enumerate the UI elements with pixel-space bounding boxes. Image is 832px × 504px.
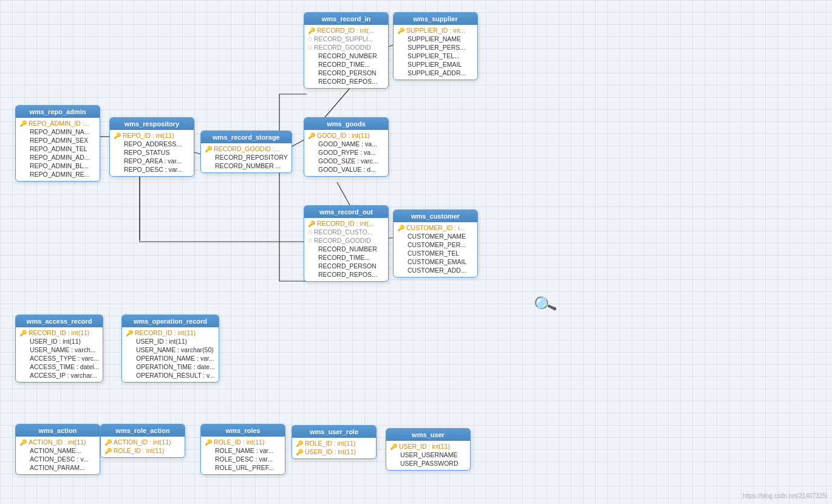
field-label: RECORD_NUMBER — [318, 52, 377, 60]
field-row: REPO_DESC : var... — [114, 165, 190, 174]
diamond-icon: ◇ — [308, 44, 312, 50]
field-label: CUSTOMER_ADD... — [407, 267, 466, 274]
table-wms_user: wms_user🔑USER_ID : int(11)USER_USERNAMEU… — [386, 428, 471, 471]
table-header-wms_access_record: wms_access_record — [16, 315, 103, 327]
field-label: ACTION_ID : int(11) — [114, 438, 171, 446]
field-label: RECORD_ID : int(... — [317, 27, 374, 34]
field-label: ACCESS_TIME : datel... — [30, 363, 99, 370]
field-label: CUSTOMER_NAME — [407, 233, 466, 240]
field-label: ROLE_ID : int(11) — [114, 447, 164, 454]
diamond-icon: ◇ — [308, 237, 312, 243]
table-header-wms_operation_record: wms_operation_record — [122, 315, 219, 327]
key-icon: 🔑 — [397, 27, 404, 34]
table-body-wms_repo_admin: 🔑REPO_ADMIN_ID :...REPO_ADMIN_NA...REPO_… — [16, 118, 100, 181]
table-wms_record_storage: wms_record_storage🔑RECORD_GOODID :...REC… — [200, 131, 292, 173]
field-label: USER_ID : int(11) — [399, 443, 450, 450]
field-label: USER_NAME : varchar(50) — [136, 346, 214, 353]
field-row: 🔑ACTION_ID : int(11) — [104, 438, 181, 446]
field-row: ACCESS_TYPE : varc... — [19, 354, 99, 363]
table-body-wms_access_record: 🔑RECORD_ID : int(11)USER_ID : int(11)USE… — [16, 327, 103, 382]
field-label: RECORD_PERSON — [318, 69, 377, 77]
field-row: USER_NAME : varchar(50) — [126, 346, 215, 354]
field-row: 🔑RECORD_ID : int(... — [308, 26, 384, 35]
field-row: OPERATION_NAME : var... — [126, 354, 215, 363]
field-label: REPO_ADMIN_RE... — [30, 171, 90, 178]
field-label: USER_ID : int(11) — [30, 338, 81, 345]
field-label: RECORD_TIME... — [318, 61, 370, 68]
field-row: ◇RECORD_SUPPLI... — [308, 35, 384, 43]
field-row: CUSTOMER_PER... — [397, 240, 474, 249]
table-wms_customer: wms_customer🔑CUSTOMER_ID : i...CUSTOMER_… — [393, 209, 478, 278]
key-icon: 🔑 — [308, 132, 315, 139]
field-label: RECORD_GOODID :... — [214, 145, 280, 152]
field-row: USER_ID : int(11) — [126, 337, 215, 346]
field-label: RECORD_NUMBER ... — [215, 162, 281, 169]
field-label: SUPPLIER_ADDR... — [407, 69, 466, 77]
field-label: RECORD_ID : int(11) — [29, 329, 89, 336]
field-label: CUSTOMER_PER... — [407, 241, 466, 248]
field-label: GOOD_ID : int(11) — [317, 132, 370, 139]
field-label: ACCESS_IP : varchar... — [30, 372, 97, 379]
table-header-wms_repo_admin: wms_repo_admin — [16, 106, 100, 118]
field-label: REPO_STATUS — [124, 149, 169, 156]
key-icon: 🔑 — [296, 449, 303, 455]
field-row: SUPPLIER_PERS... — [397, 43, 474, 52]
table-wms_respository: wms_respository🔑REPO_ID : int(11)REPO_AD… — [109, 117, 194, 177]
field-label: REPO_ADMIN_ID :... — [29, 120, 89, 127]
field-label: ROLE_URL_PREF... — [215, 464, 274, 471]
field-row: CUSTOMER_ADD... — [397, 266, 474, 274]
field-row: 🔑REPO_ID : int(11) — [114, 131, 190, 140]
table-header-wms_user_role: wms_user_role — [292, 426, 376, 438]
field-row: GOOD_VALUE : d... — [308, 165, 384, 174]
field-row: RECORD_NUMBER ... — [205, 162, 288, 170]
field-row: 🔑SUPPLIER_ID : int... — [397, 26, 474, 35]
table-body-wms_roles: 🔑ROLE_ID : int(11)ROLE_NAME : var...ROLE… — [201, 437, 285, 474]
table-header-wms_record_in: wms_record_in — [304, 13, 388, 25]
cursor-icon: 🔍 — [531, 291, 558, 318]
field-label: RECORD_PERSON — [318, 262, 377, 270]
field-label: ROLE_NAME : var... — [215, 447, 273, 454]
field-label: USER_ID : int(11) — [136, 338, 187, 345]
field-label: RECORD_REPOSITORY — [215, 154, 288, 161]
table-body-wms_customer: 🔑CUSTOMER_ID : i...CUSTOMER_NAMECUSTOMER… — [394, 222, 477, 277]
field-label: SUPPLIER_PERS... — [407, 44, 465, 51]
key-icon: 🔑 — [114, 132, 121, 139]
field-row: ROLE_NAME : var... — [205, 446, 281, 455]
table-header-wms_action: wms_action — [16, 424, 100, 437]
table-body-wms_respository: 🔑REPO_ID : int(11)REPO_ADDRESS...REPO_ST… — [110, 130, 194, 176]
table-header-wms_record_storage: wms_record_storage — [201, 131, 292, 143]
field-row: RECORD_TIME... — [308, 253, 384, 262]
field-row: 🔑RECORD_ID : int(11) — [19, 329, 99, 337]
table-wms_roles: wms_roles🔑ROLE_ID : int(11)ROLE_NAME : v… — [200, 424, 285, 475]
table-header-wms_supplier: wms_supplier — [394, 13, 477, 25]
key-icon: 🔑 — [104, 448, 112, 454]
field-label: RECORD_ID : int(11) — [135, 329, 196, 336]
field-row: ROLE_DESC : var... — [205, 455, 281, 463]
field-row: 🔑RECORD_ID : int(... — [308, 219, 384, 228]
field-label: OPERATION_NAME : var... — [136, 355, 214, 362]
field-label: REPO_DESC : var... — [124, 166, 182, 173]
table-body-wms_goods: 🔑GOOD_ID : int(11)GOOD_NAME : va...GOOD_… — [304, 130, 388, 176]
table-wms_repo_admin: wms_repo_admin🔑REPO_ADMIN_ID :...REPO_AD… — [15, 105, 100, 182]
key-icon: 🔑 — [308, 220, 315, 227]
key-icon: 🔑 — [19, 439, 27, 446]
field-row: REPO_ADMIN_RE... — [19, 170, 96, 179]
field-row: CUSTOMER_EMAIL — [397, 257, 474, 266]
table-body-wms_action: 🔑ACTION_ID : int(11)ACTION_NAME...ACTION… — [16, 437, 100, 474]
key-icon: 🔑 — [390, 443, 397, 450]
table-body-wms_record_out: 🔑RECORD_ID : int(...◇RECORD_CUSTO...◇REC… — [304, 218, 388, 281]
table-header-wms_role_action: wms_role_action — [101, 424, 185, 437]
field-row: OPERATION_RESULT : v... — [126, 371, 215, 380]
field-label: SUPPLIER_NAME — [407, 35, 461, 43]
field-label: GOOD_RYPE : va... — [318, 149, 376, 156]
field-label: RECORD_TIME... — [318, 254, 370, 261]
key-icon: 🔑 — [126, 330, 133, 336]
table-wms_role_action: wms_role_action🔑ACTION_ID : int(11)🔑ROLE… — [100, 424, 185, 458]
table-body-wms_operation_record: 🔑RECORD_ID : int(11)USER_ID : int(11)USE… — [122, 327, 219, 382]
field-label: REPO_ID : int(11) — [123, 132, 174, 139]
field-row: REPO_ADMIN_AD... — [19, 153, 96, 162]
field-row: 🔑GOOD_ID : int(11) — [308, 131, 384, 140]
field-row: CUSTOMER_NAME — [397, 232, 474, 240]
key-icon: 🔑 — [308, 27, 315, 34]
field-label: RECORD_GOODID — [314, 237, 371, 244]
